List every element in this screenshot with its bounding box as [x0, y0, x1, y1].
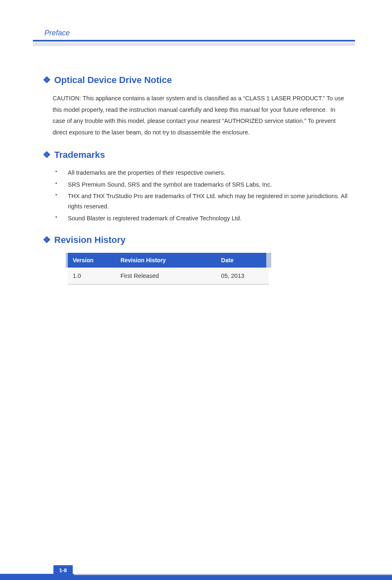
section-body-text: CAUTION: This appliance contains a laser…	[53, 93, 347, 138]
table-cell-history: First Released	[115, 268, 216, 284]
trademarks-list: All trademarks are the properties of the…	[55, 168, 351, 223]
page-header: Preface	[33, 29, 355, 46]
list-item: SRS Premium Sound, SRS and the symbol ar…	[55, 180, 351, 190]
section-heading-text: Optical Device Drive Notice	[54, 75, 172, 85]
section-revision-history: ❖ Revision History Version Revision Hist…	[33, 235, 355, 284]
table-row: 1.0 First Released 05, 2013	[67, 268, 269, 284]
page-number: 1-8	[53, 565, 73, 580]
diamond-icon: ❖	[43, 75, 51, 85]
section-heading: ❖ Optical Device Drive Notice	[43, 75, 355, 85]
section-heading-text: Revision History	[54, 235, 126, 245]
section-heading-text: Trademarks	[54, 150, 105, 160]
list-item: All trademarks are the properties of the…	[55, 168, 351, 178]
list-item: THX and THX TruStudio Pro are trademarks…	[55, 191, 351, 211]
header-title: Preface	[44, 29, 355, 37]
table-header-history: Revision History	[115, 253, 216, 268]
list-item: Sound Blaster is registered trademark of…	[55, 213, 351, 224]
revision-table-wrap: Version Revision History Date 1.0 First …	[66, 253, 355, 284]
section-optical-notice: ❖ Optical Device Drive Notice CAUTION: T…	[33, 75, 355, 138]
table-header-date: Date	[216, 253, 269, 268]
section-heading: ❖ Revision History	[43, 235, 355, 245]
section-heading: ❖ Trademarks	[43, 150, 355, 160]
table-header-row: Version Revision History Date	[67, 253, 269, 268]
page: Preface ❖ Optical Device Drive Notice CA…	[0, 0, 392, 580]
header-rule	[33, 40, 355, 42]
header-rule-sub	[33, 42, 355, 46]
page-footer: 1-8	[0, 574, 392, 580]
revision-table: Version Revision History Date 1.0 First …	[66, 253, 271, 284]
table-header-version: Version	[67, 253, 116, 268]
diamond-icon: ❖	[43, 150, 51, 160]
section-trademarks: ❖ Trademarks All trademarks are the prop…	[33, 150, 355, 223]
diamond-icon: ❖	[43, 235, 51, 245]
table-cell-date: 05, 2013	[216, 268, 269, 284]
table-cell-version: 1.0	[67, 268, 116, 284]
footer-rule-thick: 1-8	[0, 575, 392, 580]
